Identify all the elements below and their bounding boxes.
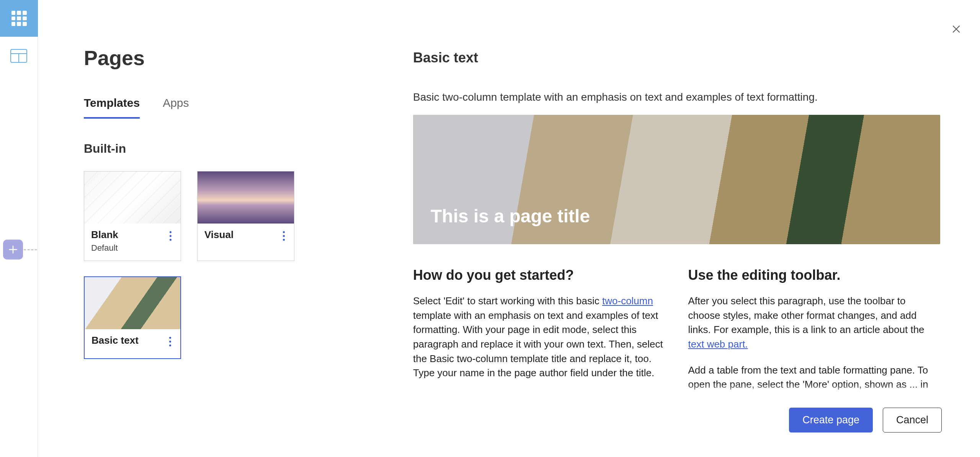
- template-title: Basic text: [91, 335, 139, 346]
- section-icon[interactable]: [10, 49, 27, 63]
- pages-dialog: Pages Templates Apps Built-in Blank Defa…: [38, 0, 980, 457]
- card-menu-button[interactable]: [167, 335, 173, 349]
- create-page-button[interactable]: Create page: [789, 408, 873, 433]
- waffle-icon: [11, 11, 27, 26]
- cancel-button[interactable]: Cancel: [883, 408, 942, 433]
- template-subtitle: Default: [91, 243, 118, 253]
- close-icon: [951, 23, 962, 35]
- preview-col-1: How do you get started? Select 'Edit' to…: [413, 267, 665, 403]
- close-button[interactable]: [948, 21, 965, 38]
- template-thumb: [85, 277, 180, 329]
- template-card-visual[interactable]: Visual: [197, 171, 294, 261]
- col1-body: Select 'Edit' to start working with this…: [413, 294, 665, 380]
- preview-title: Basic text: [413, 50, 940, 66]
- col2-heading: Use the editing toolbar.: [688, 267, 941, 283]
- app-launcher[interactable]: [0, 0, 38, 37]
- card-menu-button[interactable]: [167, 229, 174, 243]
- preview-subhead: Basic two-column template with an emphas…: [413, 91, 940, 103]
- templates-grid: Blank Default Visual: [84, 171, 382, 359]
- template-title: Visual: [204, 229, 234, 241]
- dialog-footer: Create page Cancel: [789, 408, 942, 433]
- dialog-title: Pages: [84, 46, 382, 70]
- template-thumb: [198, 171, 294, 224]
- dialog-tabs: Templates Apps: [84, 96, 382, 119]
- hero-title: This is a page title: [431, 206, 590, 227]
- col2-body: After you select this paragraph, use the…: [688, 294, 941, 352]
- text-web-part-link[interactable]: text web part.: [688, 338, 748, 350]
- tab-templates[interactable]: Templates: [84, 96, 140, 119]
- preview-hero: This is a page title: [413, 115, 940, 244]
- built-in-heading: Built-in: [84, 142, 382, 156]
- add-button[interactable]: [3, 240, 23, 260]
- template-thumb: [84, 171, 181, 224]
- col1-heading: How do you get started?: [413, 267, 665, 283]
- preview-col-2: Use the editing toolbar. After you selec…: [688, 267, 941, 403]
- template-card-blank[interactable]: Blank Default: [84, 171, 181, 261]
- two-column-link[interactable]: two-column: [602, 295, 653, 307]
- col2-body-2: Add a table from the text and table form…: [688, 363, 941, 392]
- template-preview: Basic text Basic two-column template wit…: [413, 50, 940, 400]
- template-card-basic-text[interactable]: Basic text: [84, 276, 181, 359]
- tab-apps[interactable]: Apps: [163, 96, 189, 119]
- template-title: Blank: [91, 229, 118, 241]
- card-menu-button[interactable]: [281, 229, 287, 243]
